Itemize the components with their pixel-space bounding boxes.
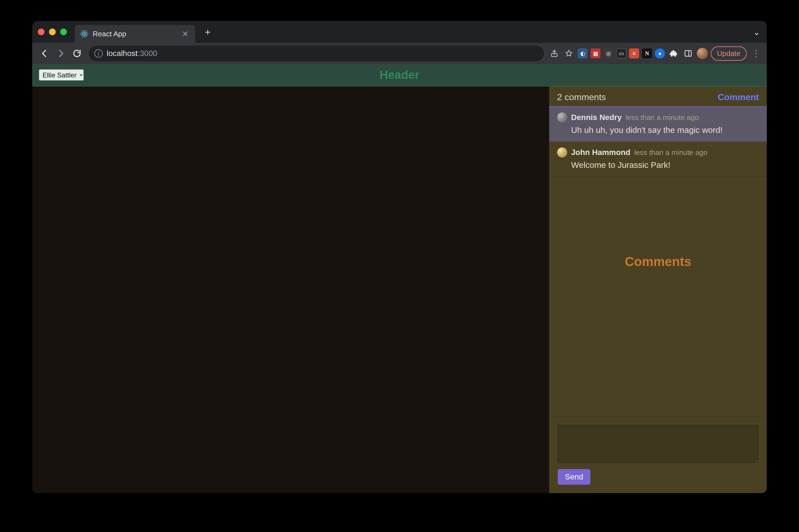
tab-title: React App <box>93 30 126 38</box>
extension-icon[interactable]: ● <box>655 49 665 58</box>
comment-item[interactable]: Dennis Nedry less than a minute ago Uh u… <box>549 107 767 142</box>
svg-point-0 <box>84 33 85 35</box>
extension-icon[interactable]: ▭ <box>616 49 626 58</box>
comment-author: John Hammond <box>571 148 631 157</box>
page-title: Header <box>32 68 767 82</box>
react-favicon-icon <box>80 30 89 38</box>
comment-text: Uh uh uh, you didn't say the magic word! <box>571 125 759 135</box>
comment-item[interactable]: John Hammond less than a minute ago Welc… <box>549 142 767 177</box>
comments-watermark: Comments <box>549 254 767 269</box>
extension-icon[interactable]: ◎ <box>603 49 613 58</box>
comments-panel: 2 comments Comment Dennis Nedry less tha… <box>549 87 767 493</box>
extension-icon[interactable]: N <box>642 49 652 58</box>
extension-icon[interactable]: ≡ <box>629 49 639 58</box>
comment-meta: John Hammond less than a minute ago <box>557 147 759 157</box>
new-tab-button[interactable]: ＋ <box>200 24 216 40</box>
url-port: :3000 <box>138 49 157 58</box>
app-body: 2 comments Comment Dennis Nedry less tha… <box>32 87 767 493</box>
nav-reload-button[interactable] <box>70 46 84 61</box>
window-controls <box>38 28 67 35</box>
comment-compose: Send <box>549 416 767 493</box>
extensions-puzzle-icon[interactable] <box>668 48 679 59</box>
comment-time: less than a minute ago <box>626 113 699 122</box>
side-panel-icon[interactable] <box>682 48 694 59</box>
main-content <box>32 87 549 493</box>
comment-meta: Dennis Nedry less than a minute ago <box>557 112 759 122</box>
url-text: localhost:3000 <box>107 49 157 58</box>
update-button[interactable]: Update <box>711 46 747 61</box>
window-zoom-button[interactable] <box>60 28 67 35</box>
app-viewport: Ellie Sattler Header 2 comments Comment <box>32 64 767 493</box>
comments-header: 2 comments Comment <box>549 87 767 107</box>
window-close-button[interactable] <box>38 28 44 35</box>
browser-window: React App ✕ ＋ ⌄ i localhost:3000 <box>32 21 767 493</box>
bookmark-star-icon[interactable] <box>563 48 575 59</box>
send-button[interactable]: Send <box>558 469 591 485</box>
extension-icon[interactable]: ◐ <box>578 49 588 58</box>
comments-list[interactable]: Dennis Nedry less than a minute ago Uh u… <box>549 107 767 416</box>
site-info-icon[interactable]: i <box>94 49 103 58</box>
nav-back-button[interactable] <box>37 46 52 61</box>
nav-forward-button[interactable] <box>53 46 68 61</box>
share-icon[interactable] <box>548 48 560 59</box>
avatar-icon <box>557 112 567 122</box>
comment-action-link[interactable]: Comment <box>718 92 759 102</box>
avatar-icon <box>557 147 567 157</box>
tab-close-icon[interactable]: ✕ <box>180 28 190 40</box>
update-label: Update <box>717 49 741 58</box>
address-bar[interactable]: i localhost:3000 <box>89 45 544 61</box>
svg-rect-5 <box>685 51 691 56</box>
browser-menu-icon[interactable]: ⋮ <box>752 48 761 59</box>
comment-text: Welcome to Jurassic Park! <box>571 160 759 170</box>
comment-author: Dennis Nedry <box>571 113 622 122</box>
profile-avatar[interactable] <box>697 48 708 59</box>
comment-time: less than a minute ago <box>634 148 708 157</box>
user-select[interactable]: Ellie Sattler <box>39 69 84 80</box>
browser-tab[interactable]: React App ✕ <box>75 25 195 43</box>
comment-input[interactable] <box>558 425 758 463</box>
browser-toolbar: i localhost:3000 ◐ ▦ ◎ ▭ ≡ N ● <box>32 43 767 64</box>
window-minimize-button[interactable] <box>49 28 56 35</box>
url-host: localhost <box>107 49 138 58</box>
tabs-dropdown-icon[interactable]: ⌄ <box>753 27 760 37</box>
tab-strip: React App ✕ ＋ ⌄ <box>32 21 767 43</box>
comments-count: 2 comments <box>557 92 606 102</box>
app-header: Ellie Sattler Header <box>32 64 767 87</box>
extension-icon[interactable]: ▦ <box>591 49 600 58</box>
toolbar-right: ◐ ▦ ◎ ▭ ≡ N ● Update ⋮ <box>548 46 762 61</box>
